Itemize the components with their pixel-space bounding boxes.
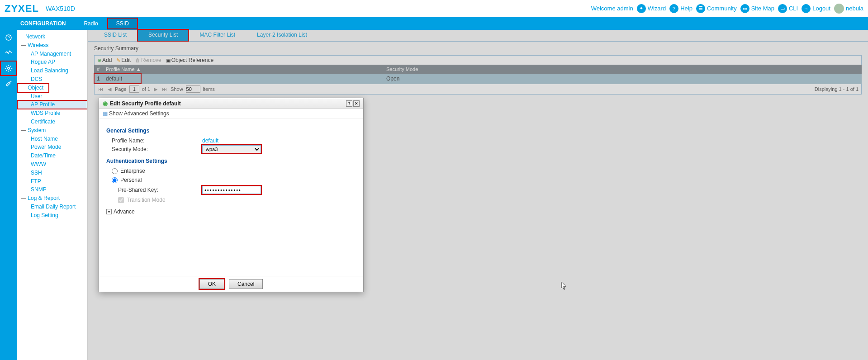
nav-ap-profile[interactable]: AP Profile <box>17 100 87 109</box>
advance-toggle-row[interactable]: ▾ Advance <box>106 208 356 215</box>
subtab-layer2[interactable]: Layer-2 Isolation List <box>246 29 318 41</box>
show-advanced-link[interactable]: ▦ Show Advanced Settings <box>99 109 363 118</box>
nav-date-time[interactable]: Date/Time <box>17 152 87 160</box>
sitemap-link[interactable]: ⚏Site Map <box>740 4 774 13</box>
psk-label: Pre-Shared Key: <box>118 187 202 193</box>
nav-system[interactable]: System <box>17 126 87 135</box>
nav-wds-profile[interactable]: WDS Profile <box>17 109 87 118</box>
nav-snmp[interactable]: SNMP <box>17 185 87 194</box>
page-of: of 1 <box>142 86 150 92</box>
row-num: 1 <box>97 76 106 82</box>
nav-user[interactable]: User <box>17 92 87 101</box>
add-button[interactable]: ⊕Add <box>97 57 112 63</box>
first-page-icon[interactable]: ⏮ <box>97 86 104 92</box>
enterprise-label: Enterprise <box>120 168 145 174</box>
tools-icon[interactable] <box>0 76 17 91</box>
chat-icon: ☰ <box>696 4 705 13</box>
subtab-security-list[interactable]: Security List <box>138 29 189 41</box>
nav-www[interactable]: WWW <box>17 160 87 169</box>
gear-icon[interactable] <box>0 61 17 76</box>
tab-radio[interactable]: Radio <box>75 18 107 29</box>
nav-network[interactable]: Network <box>17 33 87 41</box>
community-link[interactable]: ☰Community <box>696 4 737 13</box>
help-link[interactable]: ?Help <box>669 4 693 13</box>
page-label: Page <box>115 86 127 92</box>
col-security-mode[interactable]: Security Mode <box>386 66 859 72</box>
wand-icon: ✦ <box>637 4 646 13</box>
logout-label: Logout <box>812 5 830 12</box>
page-input[interactable] <box>129 85 139 93</box>
svg-point-1 <box>8 67 10 70</box>
help-label: Help <box>680 5 693 12</box>
remove-button[interactable]: 🗑Remove <box>135 57 161 63</box>
auth-settings-heading: Authentication Settings <box>106 158 356 164</box>
table-row[interactable]: 1 default Open <box>94 74 862 84</box>
nav-log-report[interactable]: Log & Report <box>17 194 87 203</box>
adv-link-label: Show Advanced Settings <box>109 110 169 117</box>
col-profile-name[interactable]: Profile Name ▲ <box>106 66 386 72</box>
collapse-icon: ▾ <box>106 209 112 214</box>
subtab-ssid-list[interactable]: SSID List <box>93 29 138 41</box>
show-label: Show <box>171 86 183 92</box>
col-num[interactable]: # <box>97 66 106 72</box>
nav-email-report[interactable]: Email Daily Report <box>17 203 87 211</box>
nebula-link[interactable]: nebula <box>834 4 863 14</box>
help-icon[interactable]: ? <box>346 100 352 107</box>
nav-host-name[interactable]: Host Name <box>17 135 87 143</box>
plus-icon: ⊕ <box>97 57 101 63</box>
last-page-icon[interactable]: ⏭ <box>161 86 168 92</box>
row-mode: Open <box>386 76 859 82</box>
ok-button[interactable]: OK <box>199 279 224 289</box>
help-icon: ? <box>669 4 678 13</box>
security-mode-select[interactable]: wpa3 <box>202 145 261 153</box>
next-page-icon[interactable]: ▶ <box>153 86 158 92</box>
tab-ssid[interactable]: SSID <box>107 18 138 29</box>
cli-link[interactable]: ▭CLI <box>778 4 798 13</box>
personal-radio[interactable] <box>112 177 118 183</box>
app-header: ZYXEL WAX510D Welcome admin ✦Wizard ?Hel… <box>0 0 868 17</box>
security-mode-label: Security Mode: <box>112 146 202 152</box>
brand-logo: ZYXEL <box>5 3 39 14</box>
nav-power-mode[interactable]: Power Mode <box>17 143 87 152</box>
svg-point-0 <box>6 35 11 40</box>
display-count: Displaying 1 - 1 of 1 <box>815 86 859 92</box>
subtab-mac-filter[interactable]: MAC Filter List <box>189 29 246 41</box>
nav-ssh[interactable]: SSH <box>17 169 87 177</box>
community-label: Community <box>707 5 737 12</box>
model-label: WAX510D <box>46 5 75 12</box>
nav-dcs[interactable]: DCS <box>17 75 87 84</box>
psk-input[interactable] <box>202 186 261 194</box>
nav-ap-management[interactable]: AP Management <box>17 50 87 58</box>
wizard-link[interactable]: ✦Wizard <box>637 4 666 13</box>
nebula-label: nebula <box>846 5 863 12</box>
edit-button[interactable]: ✎Edit <box>116 57 131 63</box>
security-summary-title: Security Summary <box>88 42 868 53</box>
dialog-titlebar[interactable]: ◉ Edit Security Profile default ? ✕ <box>99 98 363 109</box>
transition-label: Transition Mode <box>127 197 166 203</box>
nav-wireless[interactable]: Wireless <box>17 41 87 50</box>
nav-rogue-ap[interactable]: Rogue AP <box>17 58 87 66</box>
cancel-button[interactable]: Cancel <box>229 279 263 289</box>
nav-ftp[interactable]: FTP <box>17 177 87 186</box>
row-name: default <box>106 76 386 82</box>
enterprise-radio[interactable] <box>112 168 118 174</box>
nav-certificate[interactable]: Certificate <box>17 118 87 126</box>
add-label: Add <box>102 57 112 63</box>
personal-label: Personal <box>120 177 142 183</box>
monitor-icon[interactable] <box>0 45 17 61</box>
remove-label: Remove <box>141 57 161 63</box>
personal-radio-row: Personal <box>112 177 356 183</box>
sub-tabs: SSID List Security List MAC Filter List … <box>88 30 868 42</box>
close-icon[interactable]: ✕ <box>353 100 360 107</box>
welcome-label: Welcome admin <box>591 5 633 12</box>
nav-log-setting[interactable]: Log Setting <box>17 211 87 220</box>
dialog-footer: OK Cancel <box>99 276 363 292</box>
items-label: items <box>203 86 215 92</box>
show-select[interactable] <box>186 85 200 93</box>
prev-page-icon[interactable]: ◀ <box>107 86 112 92</box>
logout-link[interactable]: →Logout <box>802 4 830 13</box>
dashboard-icon[interactable] <box>0 30 17 45</box>
nav-load-balancing[interactable]: Load Balancing <box>17 66 87 75</box>
objref-button[interactable]: ▣Object Reference <box>166 57 213 63</box>
nav-object[interactable]: Object <box>17 84 49 92</box>
